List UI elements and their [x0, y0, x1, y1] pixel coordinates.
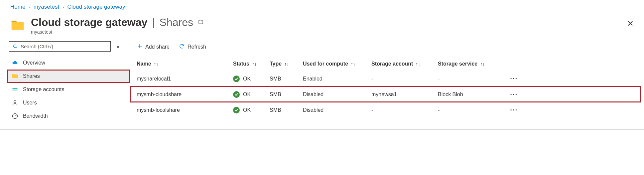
- cell-service: -: [438, 107, 498, 113]
- column-used-for-compute[interactable]: Used for compute↑↓: [303, 61, 371, 67]
- refresh-icon: [179, 43, 185, 51]
- search-input[interactable]: Search (Ctrl+/): [9, 41, 111, 52]
- page-subtitle: Shares: [160, 16, 193, 29]
- cell-name: mysmb-cloudshare: [137, 91, 233, 97]
- sidebar-item-users[interactable]: Users: [7, 96, 130, 109]
- svg-rect-0: [199, 20, 203, 24]
- sidebar-item-label: Shares: [23, 73, 40, 79]
- sidebar-item-shares[interactable]: Shares: [7, 70, 130, 83]
- breadcrumb: Home › myasetest › Cloud storage gateway: [0, 0, 644, 14]
- page-title: Cloud storage gateway: [31, 16, 147, 29]
- status-ok-icon: [233, 91, 240, 98]
- column-storage-service[interactable]: Storage service↑↓: [438, 61, 498, 67]
- pin-icon[interactable]: [198, 19, 204, 26]
- table-row[interactable]: mysmb-localshare OK SMB Disabled - - ···: [130, 102, 640, 118]
- toolbar: Add share Refresh: [130, 40, 640, 54]
- close-icon[interactable]: ✕: [627, 16, 634, 28]
- cloud-icon: [12, 60, 18, 66]
- table-header: Name↑↓ Status↑↓ Type↑↓ Used for compute↑…: [130, 54, 640, 71]
- row-more-button[interactable]: ···: [498, 106, 518, 114]
- page-header: Cloud storage gateway | Shares myasetest…: [0, 14, 644, 40]
- sort-icon: ↑↓: [480, 61, 485, 67]
- sidebar-item-bandwidth[interactable]: Bandwidth: [7, 109, 130, 123]
- cell-name: mysharelocal1: [137, 76, 233, 82]
- cell-account: -: [371, 107, 438, 113]
- sort-icon: ↑↓: [416, 61, 420, 67]
- cell-type: SMB: [270, 76, 303, 82]
- breadcrumb-parent[interactable]: myasetest: [34, 4, 59, 10]
- row-more-button[interactable]: ···: [498, 90, 518, 98]
- svg-point-5: [14, 100, 16, 103]
- user-icon: [12, 99, 18, 106]
- cell-name: mysmb-localshare: [137, 107, 233, 113]
- table-row[interactable]: mysharelocal1 OK SMB Enabled - - ···: [130, 71, 640, 87]
- refresh-label: Refresh: [188, 44, 206, 50]
- svg-rect-4: [13, 89, 18, 90]
- sidebar-item-label: Overview: [23, 60, 45, 66]
- svg-rect-3: [13, 88, 18, 89]
- status-ok-icon: [233, 107, 240, 113]
- cell-service: -: [438, 76, 498, 82]
- cell-status: OK: [233, 76, 270, 82]
- status-ok-icon: [233, 76, 240, 82]
- cell-type: SMB: [270, 91, 303, 97]
- cell-compute: Disabled: [303, 91, 371, 97]
- cell-type: SMB: [270, 107, 303, 113]
- cell-account: -: [371, 76, 438, 82]
- svg-line-2: [16, 47, 17, 48]
- cell-status: OK: [233, 107, 270, 113]
- title-separator: |: [152, 16, 155, 29]
- refresh-button[interactable]: Refresh: [179, 43, 206, 51]
- shares-table: Name↑↓ Status↑↓ Type↑↓ Used for compute↑…: [130, 54, 640, 118]
- resource-name: myasetest: [31, 29, 204, 35]
- column-storage-account[interactable]: Storage account↑↓: [371, 61, 438, 67]
- sort-icon: ↑↓: [284, 61, 289, 67]
- search-placeholder: Search (Ctrl+/): [21, 44, 53, 49]
- chevron-right-icon: ›: [29, 5, 30, 10]
- cell-status: OK: [233, 91, 270, 98]
- search-icon: [13, 44, 18, 49]
- main-content: Add share Refresh Name↑↓ Status↑↓ Type↑↓…: [130, 40, 644, 129]
- sidebar-item-label: Bandwidth: [23, 113, 48, 119]
- sidebar-item-overview[interactable]: Overview: [7, 56, 130, 70]
- add-share-button[interactable]: Add share: [137, 43, 170, 51]
- gauge-icon: [12, 113, 18, 119]
- add-share-label: Add share: [145, 44, 170, 50]
- table-row[interactable]: mysmb-cloudshare OK SMB Disabled mynewsa…: [130, 87, 640, 102]
- chevron-right-icon: ›: [63, 5, 64, 10]
- cell-compute: Enabled: [303, 76, 371, 82]
- cell-account: mynewsa1: [371, 91, 438, 97]
- cell-service: Block Blob: [438, 91, 498, 97]
- breadcrumb-current[interactable]: Cloud storage gateway: [67, 4, 125, 10]
- plus-icon: [137, 43, 143, 51]
- sidebar-item-label: Storage accounts: [23, 87, 64, 92]
- row-more-button[interactable]: ···: [498, 75, 518, 83]
- folder-icon: [10, 16, 25, 33]
- folder-icon: [12, 73, 18, 80]
- column-type[interactable]: Type↑↓: [270, 61, 303, 67]
- svg-point-1: [14, 45, 16, 47]
- column-name[interactable]: Name↑↓: [137, 61, 233, 67]
- sidebar-item-storage-accounts[interactable]: Storage accounts: [7, 83, 130, 96]
- storage-icon: [12, 86, 18, 93]
- sort-icon: ↑↓: [252, 61, 257, 67]
- sort-icon: ↑↓: [351, 61, 355, 67]
- column-status[interactable]: Status↑↓: [233, 61, 270, 67]
- sidebar-item-label: Users: [23, 100, 37, 106]
- collapse-sidebar-icon[interactable]: «: [117, 44, 119, 49]
- breadcrumb-home[interactable]: Home: [10, 4, 25, 10]
- sidebar: Search (Ctrl+/) « Overview Shares: [0, 40, 130, 129]
- sort-icon: ↑↓: [154, 61, 159, 67]
- cell-compute: Disabled: [303, 107, 371, 113]
